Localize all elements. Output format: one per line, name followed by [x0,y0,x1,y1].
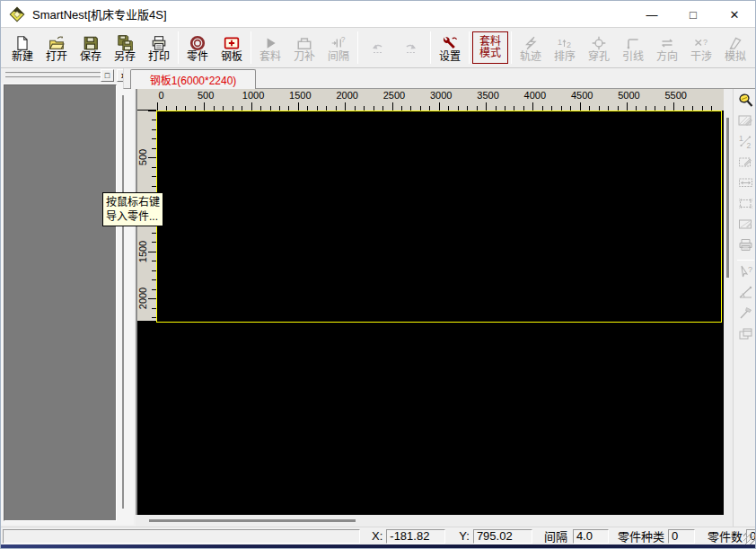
rt-angle-icon [737,284,754,305]
vscrollbar-thumb[interactable] [726,118,729,278]
right-tool-angle[interactable] [735,284,756,305]
toolbar-button-save[interactable]: 保存 [74,28,108,67]
toolbar-label-save: 保存 [80,51,101,63]
open-folder-icon [48,34,65,51]
toolbar-button-settings[interactable]: 设置 [433,28,467,67]
toolbar-button-simulate[interactable]: 模拟 [718,28,752,67]
h-ruler-label: 3000 [430,90,452,101]
h-ruler-tick [532,102,533,111]
undo-arrow-icon [369,40,385,58]
nest-play-icon [262,34,278,51]
steel-plate[interactable] [156,111,722,323]
svg-text:?: ? [748,265,752,274]
toolbar-button-kerf[interactable]: 刀补 [287,28,321,67]
toolbar-button-spacing[interactable]: ?间隔 [321,28,356,67]
v-ruler-label: 1500 [137,241,148,262]
taskbar-strip [1,545,755,549]
right-tool-plate-edit[interactable] [735,112,756,133]
status-y-value: 795.02 [473,529,532,544]
rt-hammer-icon [737,305,754,325]
right-tool-pick[interactable] [735,305,756,325]
app-logo-icon [9,6,25,22]
printer-icon [151,34,167,51]
parts-list-area[interactable] [4,84,117,521]
tab-sheet1[interactable]: 钢板1(6000*2240) [130,69,256,89]
rt-magnifier-icon [737,92,754,112]
right-tool-plate-print[interactable] [735,236,756,257]
toolbar-button-saveas[interactable]: 另存 [108,28,142,67]
toolbar-label-new: 新建 [12,51,33,63]
toolbar-label-spacing: 间隔 [328,51,349,63]
toolbar-button-direction[interactable]: 方向 [650,28,684,67]
h-ruler-tick [157,102,158,111]
rt-rect-arrows-icon [737,174,754,195]
toolbar-button-nest[interactable]: 套料 [253,28,287,67]
nesting-canvas[interactable]: 0500100015002000250030003500400045005000… [136,89,724,515]
toolbar-button-plate[interactable]: 钢板 [215,28,249,67]
settings-wrench-icon [442,34,458,51]
toolbar-label-print: 打印 [148,51,170,63]
right-tool-plate-width[interactable] [735,174,756,195]
toolbar-button-part[interactable]: 零件 [180,28,215,67]
panel-gripper[interactable] [5,72,101,78]
sheet-tab-bar: 钢板1(6000*2240) [123,68,755,89]
status-count-label: 零件数 [708,527,743,545]
toolbar-label-plate: 钢板 [221,51,242,63]
toolbar-label-part: 零件 [187,51,208,63]
toolbar-button-new[interactable]: 新建 [5,28,40,67]
save-as-icon [117,34,133,51]
status-gap-label: 间隔 [544,527,567,545]
parts-panel-scrollbar[interactable] [122,95,124,509]
toolbar-label-simulate: 模拟 [725,51,746,63]
toolbar-button-lead[interactable]: 引线 [616,28,650,67]
status-message-panel [3,529,360,544]
toolbar-button-pierce[interactable]: 穿孔 [582,28,616,67]
toolbar-label-nest: 套料 [259,51,281,63]
horizontal-ruler: 0500100015002000250030003500400045005000… [137,89,724,111]
panel-float-button[interactable]: □ [101,69,114,82]
toolbar-label-direction: 方向 [656,51,678,63]
title-bar: SmartNest[机床专业版4S] — □ ✕ [1,1,755,28]
interfere-x-icon: ? [693,34,709,51]
h-ruler-label: 5000 [618,90,639,101]
close-button[interactable]: ✕ [714,1,755,28]
plate-plus-icon [224,34,240,51]
import-hint-tooltip: 按鼠标右键 导入零件... [102,192,163,226]
right-tool-pointer-query[interactable]: ? [735,263,756,284]
right-tool-zoom[interactable] [735,92,756,112]
status-x-value: -181.82 [386,529,445,544]
right-tool-plate-corners[interactable] [735,195,756,216]
toolbar-button-undo[interactable] [360,28,394,67]
right-tool-plate-slash[interactable] [735,216,756,236]
lead-corner-icon [625,34,641,51]
tooltip-line2: 导入零件... [106,209,160,224]
part-ring-icon [189,34,206,51]
right-tool-plate-pen[interactable] [735,154,756,174]
toolbar-separator [251,31,251,64]
status-y-label: Y: [459,529,470,543]
toolbar-button-open[interactable]: 打开 [40,28,74,67]
right-toolbar-separator [737,260,754,261]
toolbar-button-track[interactable]: 轨迹 [514,28,548,67]
toolbar-button-interfere[interactable]: ?干涉 [684,28,718,67]
right-tool-half-measure[interactable]: 12 [735,133,756,154]
v-ruler-tick [148,157,156,158]
resize-grip[interactable] [743,533,755,545]
window-controls: — □ ✕ [631,1,755,28]
toolbar-button-nest-mode[interactable]: 套料模式 [472,31,508,64]
rt-rect-x-icon [737,195,754,216]
status-gap-value: 4.0 [573,529,609,544]
sort-12-icon: 12 [557,34,573,51]
minimize-button[interactable]: — [631,1,672,28]
window-title: SmartNest[机床专业版4S] [32,5,167,22]
hscrollbar-thumb[interactable] [149,519,356,522]
right-tool-layout[interactable] [735,325,756,346]
toolbar-separator [178,31,179,64]
maximize-button[interactable]: □ [672,1,714,28]
toolbar-button-redo[interactable] [394,28,428,67]
toolbar-button-sort[interactable]: 12排序 [548,28,582,67]
toolbar-label-lead: 引线 [622,51,644,63]
toolbar-separator [469,31,470,64]
toolbar-button-print[interactable]: 打印 [142,28,176,67]
toolbar-label-sort: 排序 [554,51,576,63]
